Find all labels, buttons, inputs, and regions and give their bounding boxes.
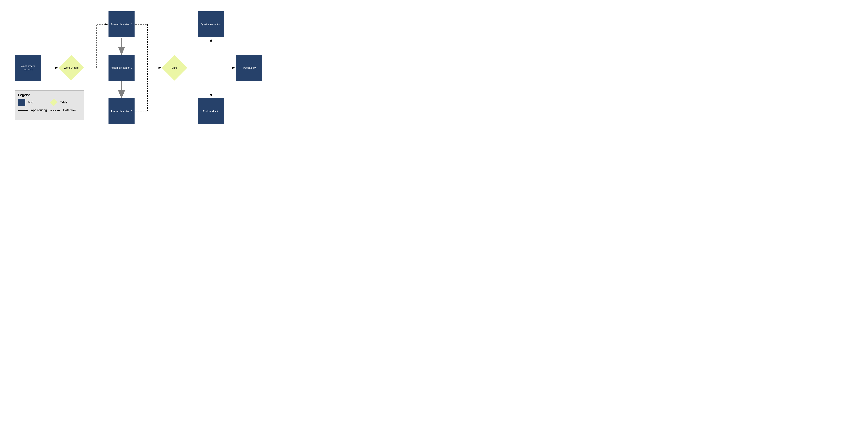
node-quality-inspection: Quality inspection	[198, 11, 224, 37]
legend-grid: App Table App routing Data flow	[18, 99, 81, 112]
edge-table-to-assembly1	[84, 24, 107, 68]
diamond-icon	[58, 55, 84, 81]
legend-label: Data flow	[63, 109, 76, 112]
node-units-table: Units	[161, 55, 187, 81]
node-assembly-1: Assembly station 1	[108, 11, 134, 37]
node-label: Quality inspection	[201, 23, 221, 26]
node-pack-and-ship: Pack and ship	[198, 98, 224, 124]
legend-item-data-flow: Data flow	[50, 109, 81, 112]
legend-label: App	[28, 101, 33, 104]
node-label: Pack and ship	[203, 110, 219, 113]
diamond-icon	[162, 55, 187, 81]
arrow-dashed-icon	[50, 109, 61, 112]
legend-box: Legend App Table App routing	[15, 90, 84, 120]
node-assembly-2: Assembly station 2	[108, 55, 134, 81]
legend-item-app: App	[18, 99, 49, 106]
app-swatch-icon	[18, 99, 25, 106]
edge-assembly3-to-units	[135, 68, 148, 111]
node-traceability: Traceability	[236, 55, 262, 81]
edge-assembly1-to-units	[135, 24, 148, 68]
node-work-orders-table: Work Orders	[58, 55, 84, 81]
node-label: Work orders requests	[16, 64, 39, 72]
node-label: Traceability	[243, 66, 256, 69]
node-work-orders-requests: Work orders requests	[15, 55, 41, 81]
table-swatch-icon	[50, 99, 58, 106]
arrow-solid-icon	[18, 109, 28, 112]
node-label: Assembly station 2	[111, 66, 132, 69]
legend-title: Legend	[18, 93, 81, 97]
node-assembly-3: Assembly station 3	[108, 98, 134, 124]
node-label: Assembly station 1	[111, 23, 132, 26]
legend-label: App routing	[31, 109, 47, 112]
node-label: Assembly station 3	[111, 110, 132, 113]
legend-label: Table	[60, 101, 67, 104]
legend-item-app-routing: App routing	[18, 109, 49, 112]
legend-item-table: Table	[50, 99, 81, 106]
diagram-canvas: Work orders requests Work Orders Assembl…	[0, 0, 271, 134]
